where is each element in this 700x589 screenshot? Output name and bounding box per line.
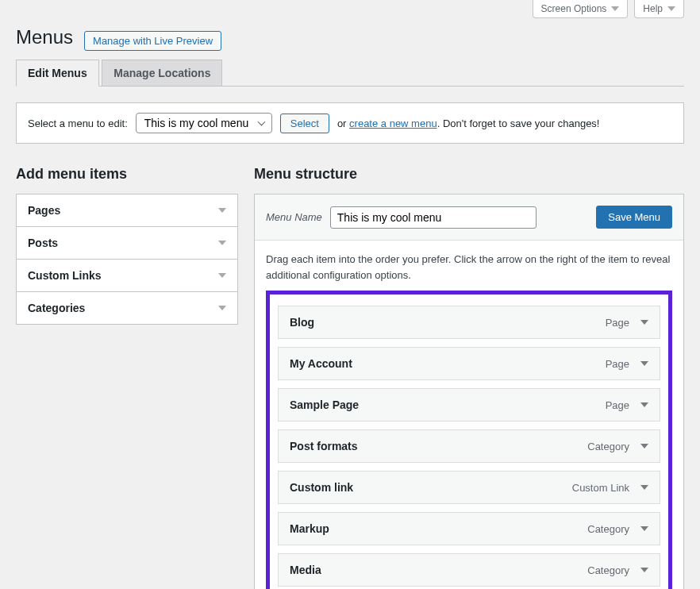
- accordion-categories[interactable]: Categories: [17, 292, 237, 324]
- menu-structure-title: Menu structure: [254, 166, 684, 183]
- help-button[interactable]: Help: [634, 0, 684, 18]
- menu-instructions: Drag each item into the order you prefer…: [255, 241, 683, 291]
- chevron-down-icon[interactable]: [640, 568, 648, 572]
- menu-item-label: Media: [290, 564, 321, 576]
- help-label: Help: [643, 3, 663, 14]
- screen-options-button[interactable]: Screen Options: [533, 0, 629, 18]
- select-bar-text: or create a new menu. Don't forget to sa…: [337, 117, 600, 129]
- menu-item[interactable]: Blog Page: [278, 306, 660, 339]
- menu-item-type: Page: [606, 399, 629, 411]
- accordion-label: Categories: [28, 302, 85, 314]
- chevron-down-icon[interactable]: [640, 485, 648, 490]
- menu-item-label: Post formats: [290, 440, 358, 452]
- menu-panel: Menu Name Save Menu Drag each item into …: [254, 194, 684, 589]
- chevron-down-icon[interactable]: [640, 444, 648, 448]
- chevron-down-icon: [667, 6, 675, 11]
- or-text: or: [337, 117, 347, 129]
- accordion-custom-links[interactable]: Custom Links: [17, 260, 237, 292]
- save-menu-button[interactable]: Save Menu: [596, 206, 672, 229]
- chevron-down-icon: [218, 306, 226, 310]
- create-new-menu-link[interactable]: create a new menu: [349, 117, 437, 129]
- add-menu-items-title: Add menu items: [16, 166, 238, 183]
- menu-name-input[interactable]: [330, 206, 537, 229]
- tab-edit-menus[interactable]: Edit Menus: [16, 60, 99, 87]
- tab-manage-locations[interactable]: Manage Locations: [102, 60, 222, 86]
- menu-item[interactable]: Custom link Custom Link: [278, 471, 660, 504]
- select-button[interactable]: Select: [280, 114, 329, 133]
- menu-item-label: Blog: [290, 316, 314, 329]
- menu-items-highlight: Blog Page My Account Page: [266, 291, 672, 589]
- menu-select-bar: Select a menu to edit: This is my cool m…: [16, 102, 684, 144]
- menu-item-label: Sample Page: [290, 398, 359, 411]
- menu-item-type: Custom Link: [572, 482, 629, 494]
- nav-tabs: Edit Menus Manage Locations: [16, 60, 684, 87]
- page-title: Menus: [16, 26, 73, 48]
- menu-item-type: Page: [606, 317, 629, 329]
- chevron-down-icon: [218, 273, 226, 278]
- menu-item-type: Category: [587, 441, 629, 452]
- menu-name-label: Menu Name: [266, 211, 322, 223]
- menu-item-type: Category: [587, 523, 629, 535]
- accordion-posts[interactable]: Posts: [17, 227, 237, 260]
- live-preview-button[interactable]: Manage with Live Preview: [84, 31, 221, 51]
- menu-item[interactable]: Sample Page Page: [278, 388, 660, 422]
- chevron-down-icon[interactable]: [640, 361, 648, 366]
- accordion-label: Posts: [28, 237, 58, 249]
- chevron-down-icon[interactable]: [640, 526, 648, 531]
- chevron-down-icon: [218, 208, 226, 213]
- menu-item-label: Markup: [290, 522, 329, 535]
- screen-options-label: Screen Options: [541, 3, 607, 14]
- add-items-accordion: Pages Posts Custom Links Categories: [16, 194, 238, 325]
- menu-item[interactable]: Markup Category: [278, 512, 660, 545]
- chevron-down-icon[interactable]: [640, 402, 648, 407]
- chevron-down-icon[interactable]: [640, 320, 648, 325]
- menu-item[interactable]: Media Category: [278, 553, 660, 587]
- menu-select[interactable]: This is my cool menu: [136, 113, 272, 133]
- select-menu-label: Select a menu to edit:: [28, 117, 128, 129]
- menu-item-type: Category: [587, 564, 629, 576]
- menu-item[interactable]: My Account Page: [278, 347, 660, 380]
- accordion-label: Custom Links: [28, 269, 102, 282]
- menu-item[interactable]: Post formats Category: [278, 429, 660, 463]
- reminder-text: . Don't forget to save your changes!: [437, 117, 600, 129]
- accordion-label: Pages: [28, 204, 60, 217]
- chevron-down-icon: [218, 241, 226, 245]
- menu-item-type: Page: [606, 358, 629, 370]
- menu-item-label: Custom link: [290, 481, 353, 494]
- accordion-pages[interactable]: Pages: [17, 194, 237, 227]
- menu-item-label: My Account: [290, 357, 352, 370]
- chevron-down-icon: [611, 6, 619, 11]
